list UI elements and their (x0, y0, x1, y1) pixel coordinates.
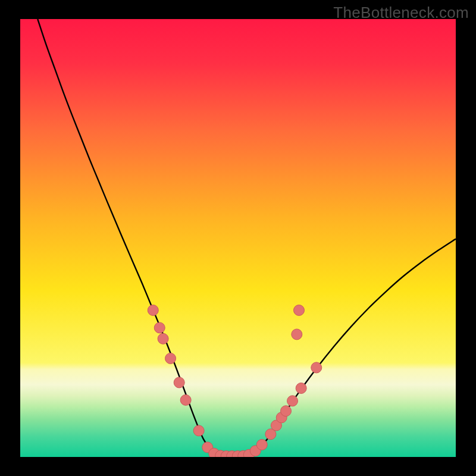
marker-point (281, 406, 292, 416)
chart-svg (20, 19, 456, 457)
plot-area (20, 19, 456, 457)
marker-point (256, 439, 267, 450)
marker-point (154, 322, 165, 333)
marker-point (158, 333, 168, 344)
marker-point (180, 394, 191, 405)
marker-point (292, 329, 302, 340)
marker-point (174, 377, 184, 388)
marker-point (165, 353, 176, 364)
marker-point (296, 383, 306, 393)
marker-point (287, 396, 298, 406)
gradient-background (20, 19, 456, 457)
marker-point (148, 305, 158, 315)
marker-point (293, 305, 304, 315)
marker-point (311, 362, 322, 373)
marker-point (193, 425, 204, 436)
chart-stage: TheBottleneck.com (0, 0, 476, 476)
